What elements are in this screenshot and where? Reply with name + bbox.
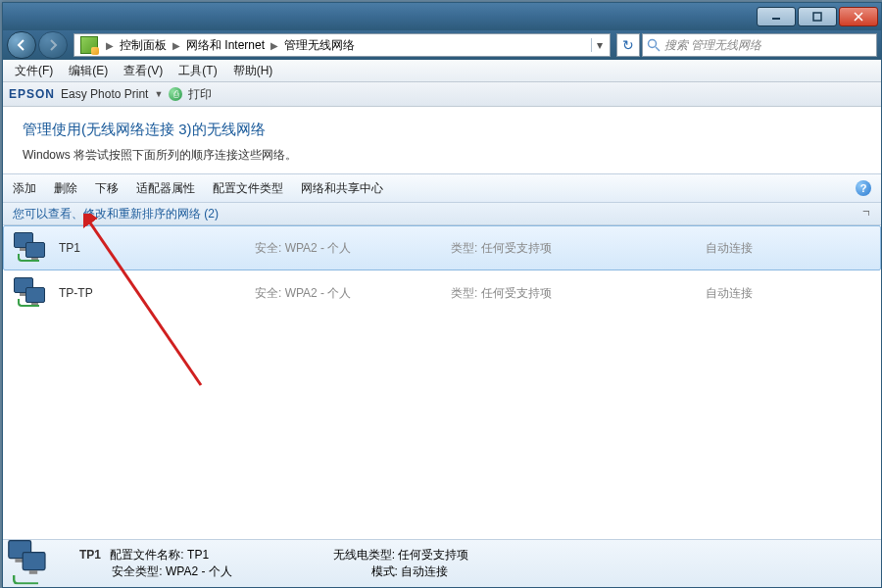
details-mode-label: 模式:	[371, 564, 398, 578]
network-name: TP-TP	[59, 286, 255, 300]
breadcrumb-dropdown[interactable]: ▾	[591, 38, 608, 52]
details-pane: TP1 配置文件名称: TP1 无线电类型: 任何受支持项 安全类型: WPA2…	[3, 539, 881, 587]
breadcrumb[interactable]: ▶ 控制面板 ▶ 网络和 Internet ▶ 管理无线网络 ▾	[74, 33, 611, 57]
network-connect: 自动连接	[706, 285, 870, 302]
command-toolbar: 添加 删除 下移 适配器属性 配置文件类型 网络和共享中心 ?	[3, 173, 881, 203]
page-header: 管理使用(无线网络连接 3)的无线网络 Windows 将尝试按照下面所列的顺序…	[3, 107, 881, 173]
menu-help[interactable]: 帮助(H)	[225, 63, 281, 79]
search-icon	[647, 38, 661, 52]
epson-label: Easy Photo Print	[61, 87, 148, 101]
window-frame: ▶ 控制面板 ▶ 网络和 Internet ▶ 管理无线网络 ▾ ↻ 搜索 管理…	[2, 2, 882, 588]
group-header[interactable]: 您可以查看、修改和重新排序的网络 (2) ㄱ	[3, 203, 881, 225]
network-row[interactable]: TP-TP安全: WPA2 - 个人类型: 任何受支持项自动连接	[3, 270, 881, 316]
svg-rect-1	[813, 13, 821, 21]
chevron-right-icon: ▶	[270, 40, 278, 51]
menu-edit[interactable]: 编辑(E)	[61, 63, 116, 79]
details-radio-value: 任何受支持项	[398, 548, 468, 562]
details-name: TP1	[79, 548, 101, 562]
network-icon	[14, 277, 49, 309]
network-type: 类型: 任何受支持项	[451, 240, 706, 257]
svg-point-4	[649, 40, 657, 48]
network-icon	[14, 232, 49, 264]
print-icon[interactable]: ⎙	[169, 87, 182, 101]
adapter-props-button[interactable]: 适配器属性	[136, 180, 195, 197]
print-button[interactable]: 打印	[188, 86, 212, 103]
collapse-icon[interactable]: ㄱ	[861, 207, 871, 220]
menu-file[interactable]: 文件(F)	[7, 63, 61, 79]
titlebar[interactable]	[3, 3, 881, 30]
move-down-button[interactable]: 下移	[95, 180, 119, 197]
refresh-button[interactable]: ↻	[616, 33, 640, 57]
network-row[interactable]: TP1安全: WPA2 - 个人类型: 任何受支持项自动连接	[3, 225, 881, 270]
network-center-button[interactable]: 网络和共享中心	[301, 180, 383, 197]
chevron-right-icon: ▶	[106, 40, 114, 51]
maximize-button[interactable]	[798, 7, 837, 26]
epson-toolbar: EPSON Easy Photo Print ▼ ⎙ 打印	[3, 82, 881, 107]
network-list: TP1安全: WPA2 - 个人类型: 任何受支持项自动连接TP-TP安全: W…	[3, 225, 881, 539]
network-security: 安全: WPA2 - 个人	[255, 285, 451, 302]
close-button[interactable]	[839, 7, 878, 26]
add-button[interactable]: 添加	[13, 180, 36, 197]
details-sectype-label: 安全类型:	[112, 564, 162, 578]
profile-type-button[interactable]: 配置文件类型	[213, 180, 283, 197]
network-icon	[8, 540, 65, 587]
details-sectype-value: WPA2 - 个人	[166, 564, 232, 578]
minimize-button[interactable]	[757, 7, 796, 26]
remove-button[interactable]: 删除	[54, 180, 77, 197]
page-title: 管理使用(无线网络连接 3)的无线网络	[23, 121, 861, 139]
breadcrumb-item[interactable]: 控制面板	[118, 37, 169, 54]
forward-button[interactable]	[38, 31, 68, 59]
control-panel-icon	[80, 36, 98, 54]
details-profile-label: 配置文件名称:	[110, 548, 183, 562]
chevron-down-icon[interactable]: ▼	[154, 89, 163, 99]
menu-tools[interactable]: 工具(T)	[171, 63, 224, 79]
details-radio-label: 无线电类型:	[333, 548, 395, 562]
search-placeholder: 搜索 管理无线网络	[664, 37, 761, 54]
network-security: 安全: WPA2 - 个人	[255, 240, 451, 257]
network-type: 类型: 任何受支持项	[451, 285, 706, 302]
breadcrumb-item[interactable]: 管理无线网络	[282, 37, 357, 54]
svg-line-5	[656, 47, 660, 51]
menu-view[interactable]: 查看(V)	[116, 63, 171, 79]
network-name: TP1	[59, 241, 255, 255]
help-icon[interactable]: ?	[856, 180, 871, 196]
epson-logo: EPSON	[9, 87, 55, 101]
page-subtitle: Windows 将尝试按照下面所列的顺序连接这些网络。	[23, 147, 861, 164]
network-connect: 自动连接	[706, 240, 870, 257]
chevron-right-icon: ▶	[172, 40, 180, 51]
group-label: 您可以查看、修改和重新排序的网络 (2)	[13, 206, 219, 222]
details-profile-value: TP1	[187, 548, 209, 562]
back-button[interactable]	[7, 31, 36, 59]
menu-bar: 文件(F) 编辑(E) 查看(V) 工具(T) 帮助(H)	[3, 60, 881, 82]
nav-bar: ▶ 控制面板 ▶ 网络和 Internet ▶ 管理无线网络 ▾ ↻ 搜索 管理…	[3, 30, 881, 60]
details-mode-value: 自动连接	[401, 564, 448, 578]
search-input[interactable]: 搜索 管理无线网络	[642, 33, 877, 57]
breadcrumb-item[interactable]: 网络和 Internet	[184, 37, 267, 54]
